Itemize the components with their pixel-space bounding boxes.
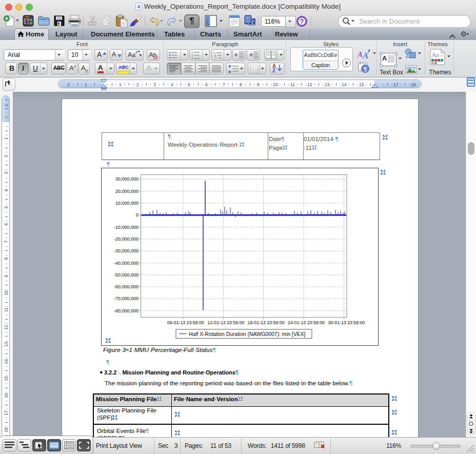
svg-text:?: ? — [300, 18, 304, 25]
svg-text:-60,000,000: -60,000,000 — [114, 284, 138, 289]
svg-text:a: a — [137, 4, 141, 9]
svg-text:A: A — [358, 50, 363, 58]
svg-text:A: A — [362, 51, 368, 59]
svg-text:-70,000,000: -70,000,000 — [114, 296, 138, 301]
svg-text:¶: ¶ — [364, 66, 367, 72]
svg-text:06-01-13 23:59:00: 06-01-13 23:59:00 — [167, 320, 204, 325]
svg-text:12-01-13 23:59:00: 12-01-13 23:59:00 — [208, 320, 245, 325]
svg-text:a: a — [436, 51, 439, 58]
svg-text:-10,000,000: -10,000,000 — [114, 225, 138, 230]
svg-text:-50,000,000: -50,000,000 — [114, 272, 138, 278]
svg-text:18-01-13 23:59:00: 18-01-13 23:59:00 — [248, 320, 285, 325]
svg-text:i: i — [215, 56, 216, 59]
svg-text:3: 3 — [191, 57, 193, 59]
svg-text:-30,000,000: -30,000,000 — [114, 248, 138, 253]
svg-text:-80,000,000: -80,000,000 — [114, 308, 138, 313]
svg-text:10,000,000: 10,000,000 — [115, 201, 138, 206]
svg-text:-40,000,000: -40,000,000 — [114, 261, 138, 266]
svg-text:30,000,000: 30,000,000 — [115, 176, 138, 182]
svg-text:24-01-13 23:59:00: 24-01-13 23:59:00 — [288, 320, 325, 325]
svg-text:-20,000,000: -20,000,000 — [114, 236, 138, 242]
svg-text:20,000,000: 20,000,000 — [115, 189, 138, 194]
svg-text:30-01-13 23:59:00: 30-01-13 23:59:00 — [328, 320, 365, 325]
svg-text:Half X-Rotation Duration (NAWG: Half X-Rotation Duration (NAWG0007): min… — [189, 331, 306, 337]
svg-text:0: 0 — [136, 212, 138, 218]
